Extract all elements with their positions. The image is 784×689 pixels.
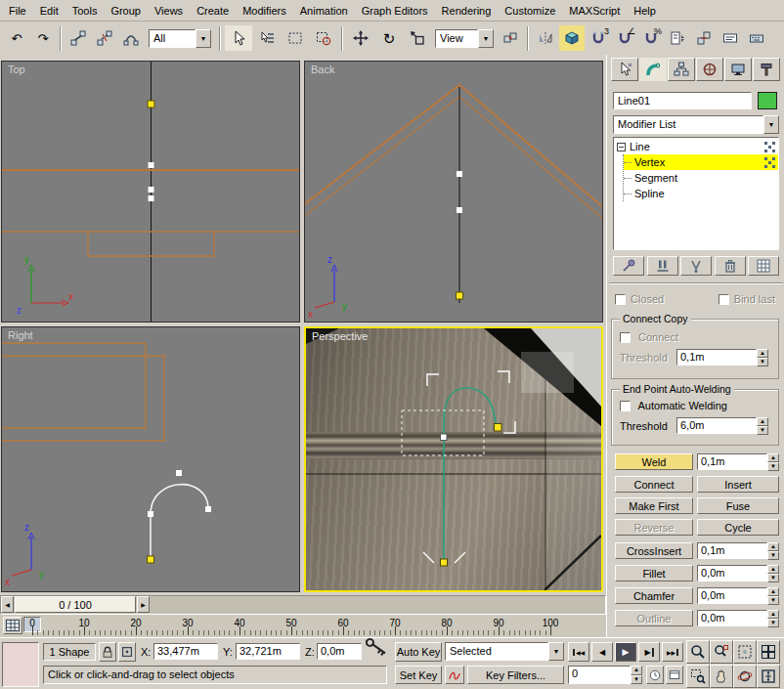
key-mode-toggle-button[interactable]	[362, 634, 390, 660]
menu-item-maxscript[interactable]: MAXScript	[562, 2, 627, 20]
select-and-rotate-button[interactable]: ↻	[375, 25, 403, 51]
spin-down-icon[interactable]: ▼	[757, 358, 768, 366]
time-slider-right-arrow[interactable]: ▶	[137, 596, 150, 613]
menu-item-modifiers[interactable]: Modifiers	[236, 2, 293, 20]
x-coordinate-field[interactable]: 33,477m	[153, 643, 218, 660]
current-frame-value[interactable]: 0	[568, 666, 631, 684]
zoom-extents-button[interactable]	[733, 640, 757, 664]
spin-up-icon[interactable]: ▲	[767, 565, 779, 574]
outline-value[interactable]: 0,0m	[697, 610, 767, 626]
viewport-back[interactable]: Back z x y	[304, 61, 603, 323]
snaps-toggle-button[interactable]	[559, 25, 585, 51]
select-by-name-button[interactable]	[253, 25, 281, 51]
select-and-move-button[interactable]	[347, 25, 374, 51]
chevron-down-icon[interactable]: ▼	[196, 29, 211, 48]
menu-item-create[interactable]: Create	[190, 2, 236, 20]
spin-down-icon[interactable]: ▼	[757, 426, 768, 435]
auto-key-button[interactable]: Auto Key	[395, 642, 442, 662]
mirror-button[interactable]	[533, 25, 558, 51]
collapse-icon[interactable]	[617, 143, 626, 151]
spin-up-icon[interactable]: ▲	[757, 417, 768, 426]
chamfer-value[interactable]: 0,0m	[697, 587, 767, 604]
time-slider-left-arrow[interactable]: ◀	[1, 596, 14, 613]
weld-threshold-field[interactable]: 6,0m ▲▼	[676, 417, 768, 434]
zoom-all-button[interactable]	[710, 640, 733, 664]
key-filters-button[interactable]: Key Filters...	[467, 666, 564, 684]
menu-item-views[interactable]: Views	[148, 2, 190, 20]
bind-to-spacewarp-button[interactable]	[118, 25, 144, 51]
spin-up-icon[interactable]: ▲	[767, 542, 779, 551]
show-end-result-button[interactable]	[647, 256, 678, 276]
use-pivot-point-button[interactable]	[498, 25, 523, 51]
stack-item-spline[interactable]: Spline	[624, 186, 778, 201]
selection-filter-dropdown[interactable]: All ▼	[149, 29, 211, 48]
spin-down-icon[interactable]: ▼	[767, 596, 779, 605]
stack-item-vertex[interactable]: Vertex	[624, 154, 778, 170]
previous-frame-button[interactable]: ◀	[591, 642, 613, 662]
menu-item-customize[interactable]: Customize	[498, 2, 562, 20]
chevron-down-icon[interactable]: ▼	[548, 642, 564, 661]
new-key-settings-button[interactable]	[445, 666, 464, 684]
spinner[interactable]: ▲▼	[767, 453, 779, 470]
weld-value[interactable]: 0,1m	[697, 453, 767, 470]
time-ruler[interactable]: 0 10 20 30 40 50 60 70 80 90 100	[0, 615, 606, 637]
time-settings-button[interactable]	[666, 666, 683, 684]
z-coordinate-field[interactable]: 0,0m	[317, 643, 362, 660]
pin-stack-button[interactable]	[613, 256, 644, 276]
spin-down-icon[interactable]: ▼	[767, 462, 779, 471]
spinner[interactable]: ▲▼	[767, 542, 779, 559]
zoom-button[interactable]	[686, 640, 710, 664]
reference-coordinate-dropdown[interactable]: View ▼	[435, 29, 494, 48]
keyboard-shortcut-override-button[interactable]	[744, 25, 769, 51]
connect-checkbox[interactable]	[620, 332, 631, 343]
crossinsert-value[interactable]: 0,1m	[697, 542, 767, 559]
spin-up-icon[interactable]: ▲	[767, 610, 779, 619]
fillet-value[interactable]: 0,0m	[697, 565, 767, 581]
go-to-end-button[interactable]: ▶▶	[662, 642, 683, 662]
automatic-welding-checkbox[interactable]	[620, 401, 631, 411]
chevron-down-icon[interactable]: ▼	[763, 115, 779, 134]
spinner[interactable]: ▲▼	[767, 610, 779, 626]
spin-up-icon[interactable]: ▲	[767, 453, 779, 462]
angle-snap-button[interactable]: ∠	[612, 25, 637, 51]
object-name-field[interactable]: Line01	[613, 92, 752, 109]
make-unique-button[interactable]	[680, 256, 712, 276]
viewport-right[interactable]: Right z x y	[1, 326, 300, 592]
trackbar-toggle-button[interactable]	[3, 617, 22, 634]
time-slider-track[interactable]: ◀ 0 / 100 ▶	[0, 595, 606, 615]
current-frame-field[interactable]: 0 ▲▼	[568, 666, 642, 684]
spin-up-icon[interactable]: ▲	[631, 666, 642, 675]
time-slider-handle[interactable]: 0 / 100	[15, 596, 136, 613]
threshold-value[interactable]: 6,0m	[676, 417, 757, 434]
tab-utilities[interactable]	[753, 58, 780, 81]
select-object-button[interactable]	[225, 25, 252, 51]
weld-value-field[interactable]: 0,1m ▲▼	[697, 453, 779, 470]
selection-lock-button[interactable]	[99, 642, 116, 662]
absolute-offset-toggle-button[interactable]	[118, 642, 136, 662]
spin-up-icon[interactable]: ▲	[767, 587, 779, 596]
spinner[interactable]: ▲▼	[767, 565, 779, 581]
tab-motion[interactable]	[696, 58, 723, 81]
viewport-perspective[interactable]: Perspective	[304, 326, 603, 592]
next-frame-button[interactable]: ▶	[638, 642, 660, 662]
menu-item-animation[interactable]: Animation	[293, 2, 355, 20]
key-mode-dropdown[interactable]: Selected ▼	[445, 642, 564, 661]
insert-button[interactable]: Insert	[697, 476, 779, 493]
redo-button[interactable]: ↷	[30, 25, 56, 51]
tab-create[interactable]	[611, 58, 638, 81]
go-to-start-button[interactable]: ◀◀	[568, 642, 589, 662]
mini-curve-editor-button[interactable]	[2, 642, 39, 687]
spin-down-icon[interactable]: ▼	[767, 619, 779, 627]
window-crossing-toggle-button[interactable]	[310, 25, 337, 51]
closed-checkbox[interactable]	[615, 294, 626, 305]
time-configuration-button[interactable]	[646, 666, 664, 684]
select-and-scale-button[interactable]	[404, 25, 431, 51]
percent-snap-button[interactable]: %	[638, 25, 664, 51]
menu-item-file[interactable]: File	[2, 2, 33, 20]
reverse-button[interactable]: Reverse	[615, 519, 693, 536]
fuse-button[interactable]: Fuse	[697, 497, 779, 514]
spinner[interactable]: ▲▼	[631, 666, 642, 684]
menu-item-graph-editors[interactable]: Graph Editors	[355, 2, 435, 20]
spin-down-icon[interactable]: ▼	[767, 574, 779, 582]
fillet-field[interactable]: 0,0m ▲▼	[697, 565, 779, 581]
